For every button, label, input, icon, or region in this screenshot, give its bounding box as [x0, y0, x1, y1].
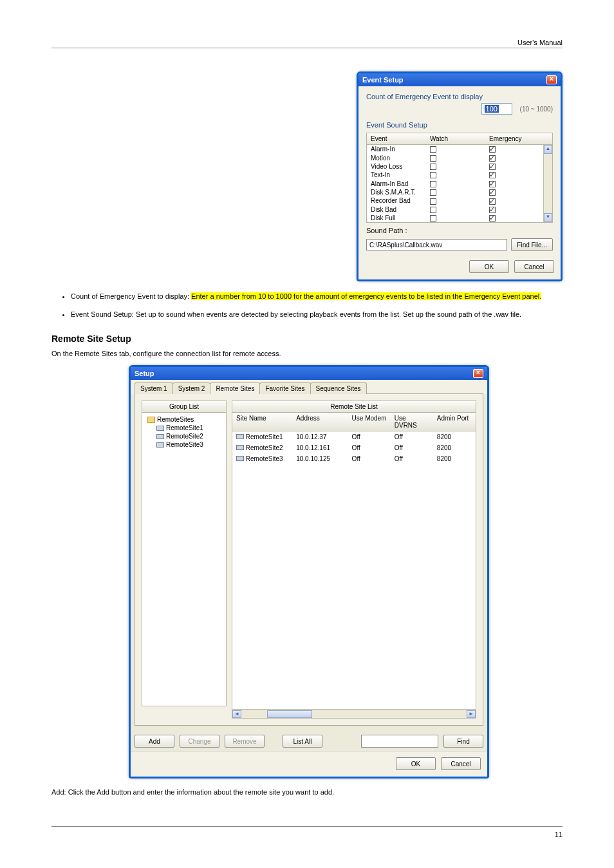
remove-button[interactable]: Remove: [225, 735, 265, 748]
watch-checkbox[interactable]: [430, 207, 436, 213]
setup-ok-button[interactable]: OK: [396, 757, 436, 770]
tab-remote-sites[interactable]: Remote Sites: [210, 382, 260, 394]
emergency-checkbox[interactable]: [489, 164, 496, 170]
emergency-checkbox[interactable]: [489, 155, 496, 162]
col-event[interactable]: Event: [371, 135, 430, 142]
remote-site-setup-heading: Remote Site Setup: [51, 334, 563, 344]
scroll-up-icon[interactable]: ▲: [544, 145, 552, 154]
scroll-down-icon[interactable]: ▼: [544, 213, 552, 222]
bullet-sound: Event Sound Setup: Set up to sound when …: [71, 310, 563, 319]
col-use-modem[interactable]: Use Modem: [348, 413, 391, 431]
setup-tabs: System 1System 2Remote SitesFavorite Sit…: [131, 380, 487, 394]
setup-dialog: Setup × System 1System 2Remote SitesFavo…: [129, 365, 489, 778]
event-row[interactable]: Text-In: [367, 171, 552, 179]
tab-favorite-sites[interactable]: Favorite Sites: [259, 382, 310, 394]
dvr-icon: [156, 434, 164, 439]
watch-checkbox[interactable]: [430, 181, 436, 187]
setup-title: Setup: [135, 370, 154, 377]
setup-cancel-button[interactable]: Cancel: [441, 757, 481, 770]
event-setup-intro: [51, 71, 328, 75]
close-icon[interactable]: ×: [473, 369, 483, 378]
site-table[interactable]: RemoteSite110.0.12.37OffOff8200 RemoteSi…: [232, 431, 476, 710]
site-row[interactable]: RemoteSite110.0.12.37OffOff8200: [232, 431, 476, 442]
page-number: 11: [51, 826, 563, 838]
count-label: Count of Emergency Event to display: [366, 93, 553, 100]
event-name: Motion: [371, 155, 430, 162]
setup-titlebar[interactable]: Setup ×: [131, 367, 487, 380]
col-watch[interactable]: Watch: [430, 135, 489, 142]
page-header: User's Manual: [51, 39, 563, 46]
col-site-name[interactable]: Site Name: [232, 413, 292, 431]
event-row[interactable]: Video Loss: [367, 162, 552, 171]
emergency-checkbox[interactable]: [489, 207, 496, 213]
emergency-checkbox[interactable]: [489, 146, 496, 153]
sound-path-input[interactable]: C:\RASplus\Callback.wav: [366, 239, 507, 250]
dvr-icon: [156, 426, 164, 431]
remote-site-setup-paragraph: On the Remote Sites tab, configure the c…: [51, 349, 563, 359]
add-description: Add: Click the Add button and enter the …: [51, 788, 563, 797]
add-button[interactable]: Add: [135, 735, 174, 748]
watch-checkbox[interactable]: [430, 146, 436, 153]
watch-checkbox[interactable]: [430, 198, 436, 205]
dvr-icon: [236, 434, 244, 439]
emergency-checkbox[interactable]: [489, 172, 496, 178]
site-table-header: Site Name Address Use Modem Use DVRNS Ad…: [232, 412, 476, 431]
tree-item[interactable]: RemoteSite2: [154, 432, 223, 440]
event-setup-titlebar[interactable]: Event Setup ×: [358, 73, 561, 86]
watch-checkbox[interactable]: [430, 164, 436, 170]
emergency-checkbox[interactable]: [489, 189, 496, 196]
count-spinner[interactable]: 100: [481, 103, 512, 115]
group-tree[interactable]: RemoteSitesRemoteSite1RemoteSite2RemoteS…: [142, 413, 227, 706]
col-address[interactable]: Address: [292, 413, 348, 431]
tree-item[interactable]: RemoteSite1: [154, 424, 223, 432]
event-row[interactable]: Disk S.M.A.R.T.: [367, 188, 552, 196]
scroll-thumb[interactable]: [267, 710, 312, 718]
group-list-header[interactable]: Group List: [142, 401, 227, 413]
tab-system-2[interactable]: System 2: [172, 382, 211, 394]
folder-icon: [147, 417, 155, 423]
event-row[interactable]: Alarm-In Bad: [367, 179, 552, 187]
watch-checkbox[interactable]: [430, 172, 436, 178]
remote-site-list-label: Remote Site List: [232, 401, 476, 412]
event-row[interactable]: Disk Full: [367, 214, 552, 222]
tree-root[interactable]: RemoteSites: [145, 415, 223, 424]
find-input[interactable]: [361, 735, 438, 748]
site-row[interactable]: RemoteSite310.0.10.125OffOff8200: [232, 453, 476, 464]
find-button[interactable]: Find: [443, 735, 483, 748]
col-admin-port[interactable]: Admin Port: [433, 413, 476, 431]
event-name: Disk Bad: [371, 206, 430, 213]
event-name: Text-In: [371, 171, 430, 178]
col-emergency[interactable]: Emergency: [489, 135, 548, 142]
find-file-button[interactable]: Find File...: [511, 238, 553, 251]
event-row[interactable]: Motion: [367, 153, 552, 162]
event-name: Disk S.M.A.R.T.: [371, 189, 430, 196]
event-row[interactable]: Recorder Bad: [367, 196, 552, 205]
close-icon[interactable]: ×: [546, 75, 557, 84]
scroll-right-icon[interactable]: ►: [467, 710, 476, 718]
sound-path-label: Sound Path :: [366, 227, 407, 234]
emergency-checkbox[interactable]: [489, 181, 496, 187]
event-ok-button[interactable]: OK: [469, 260, 509, 273]
scroll-left-icon[interactable]: ◄: [232, 710, 241, 718]
watch-checkbox[interactable]: [430, 189, 436, 196]
event-table-scrollbar[interactable]: ▲ ▼: [543, 145, 552, 222]
emergency-checkbox[interactable]: [489, 198, 496, 205]
tree-item[interactable]: RemoteSite3: [154, 440, 223, 449]
count-range: (10 ~ 1000): [520, 106, 553, 113]
tab-sequence-sites[interactable]: Sequence Sites: [310, 382, 367, 394]
emergency-checkbox[interactable]: [489, 215, 496, 222]
watch-checkbox[interactable]: [430, 155, 436, 162]
list-all-button[interactable]: List All: [283, 735, 322, 748]
change-button[interactable]: Change: [180, 735, 219, 748]
event-name: Alarm-In: [371, 146, 430, 153]
event-row[interactable]: Alarm-In: [367, 145, 552, 153]
event-name: Video Loss: [371, 163, 430, 170]
event-row[interactable]: Disk Bad: [367, 205, 552, 214]
site-row[interactable]: RemoteSite210.0.12.161OffOff8200: [232, 442, 476, 453]
event-cancel-button[interactable]: Cancel: [514, 260, 554, 273]
event-setup-title: Event Setup: [362, 76, 404, 84]
tab-system-1[interactable]: System 1: [135, 382, 173, 394]
col-use-dvrns[interactable]: Use DVRNS: [391, 413, 433, 431]
site-table-hscroll[interactable]: ◄ ►: [232, 710, 476, 719]
watch-checkbox[interactable]: [430, 215, 436, 222]
